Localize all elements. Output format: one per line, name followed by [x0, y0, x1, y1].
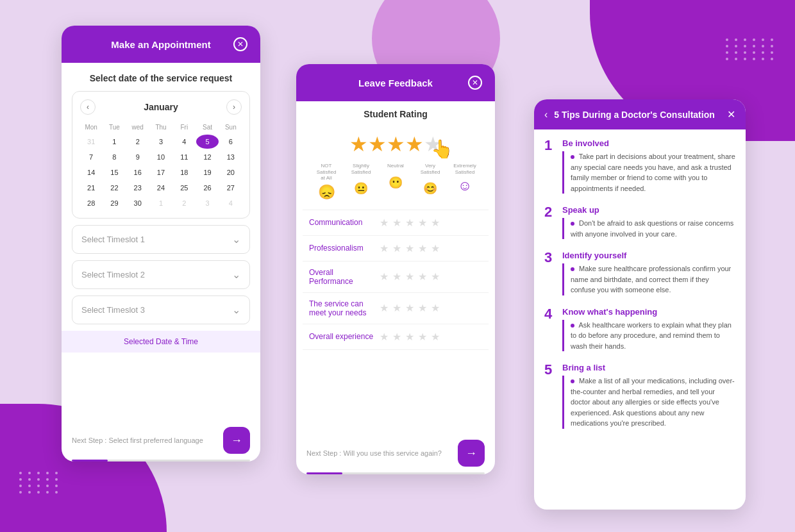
cal-day-30[interactable]: 30	[127, 196, 149, 210]
tip-item-2: 2 Speak up Don't be afraid to ask questi…	[544, 205, 735, 239]
timeslot-1-dropdown[interactable]: Select Timeslot 1 ⌄	[72, 225, 250, 254]
sn-star-5[interactable]: ★	[431, 302, 440, 314]
tip-text-content-3: Make sure healthcare professionals confi…	[571, 265, 731, 294]
appointment-title: Make an Appointment	[88, 39, 233, 50]
prof-star-5[interactable]: ★	[431, 242, 440, 254]
appointment-close-button[interactable]: ✕	[233, 37, 247, 51]
comm-star-2[interactable]: ★	[392, 217, 401, 229]
cal-day-31-dec[interactable]: 31	[80, 135, 102, 149]
star-1[interactable]: ★	[349, 132, 368, 156]
star-2[interactable]: ★	[368, 132, 387, 156]
oe-star-4[interactable]: ★	[418, 331, 427, 343]
cal-day-13[interactable]: 13	[220, 150, 242, 164]
star-4[interactable]: ★	[405, 132, 424, 156]
cal-day-9[interactable]: 9	[127, 150, 149, 164]
cal-day-23[interactable]: 23	[127, 181, 149, 195]
overall-performance-stars[interactable]: ★ ★ ★ ★ ★	[380, 270, 440, 283]
rating-row-communication: Communication ★ ★ ★ ★ ★	[303, 210, 489, 236]
op-star-3[interactable]: ★	[405, 270, 414, 283]
oe-star-2[interactable]: ★	[392, 331, 401, 343]
overall-experience-stars[interactable]: ★ ★ ★ ★ ★	[380, 331, 440, 343]
next-month-button[interactable]: ›	[226, 99, 242, 115]
appointment-body: Select date of the service request ‹ Jan…	[62, 63, 260, 353]
cal-day-6[interactable]: 6	[220, 135, 242, 149]
feedback-close-button[interactable]: ✕	[468, 76, 482, 90]
cal-day-2-feb[interactable]: 2	[173, 196, 195, 210]
prof-star-4[interactable]: ★	[418, 242, 427, 254]
cal-day-18[interactable]: 18	[173, 165, 195, 179]
cal-day-25[interactable]: 25	[173, 181, 195, 195]
cal-day-21[interactable]: 21	[80, 181, 102, 195]
communication-stars[interactable]: ★ ★ ★ ★ ★	[380, 217, 440, 229]
comm-star-1[interactable]: ★	[380, 217, 389, 229]
tip-item-4: 4 Know what's happening Ask healthcare w…	[544, 307, 735, 352]
sn-star-2[interactable]: ★	[392, 302, 401, 314]
sn-star-4[interactable]: ★	[418, 302, 427, 314]
emoji-neutral: 😶	[378, 176, 413, 190]
cal-day-7[interactable]: 7	[80, 150, 102, 164]
dots-top-right	[726, 38, 776, 60]
cal-day-10[interactable]: 10	[150, 150, 172, 164]
oe-star-5[interactable]: ★	[431, 331, 440, 343]
sn-star-1[interactable]: ★	[380, 302, 389, 314]
tip-text-content-5: Make a list of all your medications, inc…	[571, 377, 735, 427]
cal-day-4-feb[interactable]: 4	[220, 196, 242, 210]
cal-day-8[interactable]: 8	[103, 150, 125, 164]
cal-day-17[interactable]: 17	[150, 165, 172, 179]
op-star-2[interactable]: ★	[392, 270, 401, 283]
cal-day-1-feb[interactable]: 1	[150, 196, 172, 210]
cal-day-28[interactable]: 28	[80, 196, 102, 210]
cal-day-27[interactable]: 27	[220, 181, 242, 195]
timeslot-2-dropdown[interactable]: Select Timeslot 2 ⌄	[72, 260, 250, 289]
cal-day-11[interactable]: 11	[173, 150, 195, 164]
next-step-button[interactable]: →	[223, 427, 250, 454]
cal-day-4[interactable]: 4	[173, 135, 195, 149]
cal-day-15[interactable]: 15	[103, 165, 125, 179]
prof-star-3[interactable]: ★	[405, 242, 414, 254]
day-name-mon: Mon	[80, 121, 102, 133]
day-name-tue: Tue	[103, 121, 125, 133]
cal-day-29[interactable]: 29	[103, 196, 125, 210]
cal-day-5[interactable]: 5	[196, 135, 218, 149]
hand-cursor-icon: 👆	[431, 138, 453, 160]
star-3[interactable]: ★	[387, 132, 405, 156]
cal-day-1[interactable]: 1	[103, 135, 125, 149]
service-needs-stars[interactable]: ★ ★ ★ ★ ★	[380, 302, 440, 314]
comm-star-5[interactable]: ★	[431, 217, 440, 229]
prof-star-2[interactable]: ★	[392, 242, 401, 254]
cal-day-26[interactable]: 26	[196, 181, 218, 195]
emoji-very: 😊	[413, 181, 448, 195]
comm-star-4[interactable]: ★	[418, 217, 427, 229]
feedback-next-button[interactable]: →	[458, 440, 485, 467]
cal-day-16[interactable]: 16	[127, 165, 149, 179]
tip-number-5: 5	[544, 363, 562, 377]
cal-day-20[interactable]: 20	[220, 165, 242, 179]
cal-day-22[interactable]: 22	[103, 181, 125, 195]
cal-day-19[interactable]: 19	[196, 165, 218, 179]
tip-bullet-1	[571, 155, 574, 159]
tips-close-button[interactable]: ✕	[727, 108, 735, 121]
op-star-5[interactable]: ★	[431, 270, 440, 283]
rating-row-professionalism: Professionalism ★ ★ ★ ★ ★	[303, 236, 489, 262]
cal-day-24[interactable]: 24	[150, 181, 172, 195]
oe-star-3[interactable]: ★	[405, 331, 414, 343]
day-name-wed: wed	[127, 121, 149, 133]
timeslot-3-dropdown[interactable]: Select Timeslot 3 ⌄	[72, 295, 250, 324]
cal-day-12[interactable]: 12	[196, 150, 218, 164]
prof-star-1[interactable]: ★	[380, 242, 389, 254]
cal-day-14[interactable]: 14	[80, 165, 102, 179]
cal-day-2[interactable]: 2	[127, 135, 149, 149]
tips-back-button[interactable]: ‹	[544, 109, 548, 121]
cal-day-3-feb[interactable]: 3	[196, 196, 218, 210]
next-step-text: Next Step : Select first preferred langu…	[72, 436, 223, 444]
prev-month-button[interactable]: ‹	[80, 99, 96, 115]
oe-star-1[interactable]: ★	[380, 331, 389, 343]
cal-day-3[interactable]: 3	[150, 135, 172, 149]
emoji-slightly: 😐	[344, 181, 378, 195]
sn-star-3[interactable]: ★	[405, 302, 414, 314]
op-star-4[interactable]: ★	[418, 270, 427, 283]
professionalism-stars[interactable]: ★ ★ ★ ★ ★	[380, 242, 440, 254]
op-star-1[interactable]: ★	[380, 270, 389, 283]
comm-star-3[interactable]: ★	[405, 217, 414, 229]
tip-text-4: Ask healthcare workers to explain what t…	[562, 320, 735, 352]
